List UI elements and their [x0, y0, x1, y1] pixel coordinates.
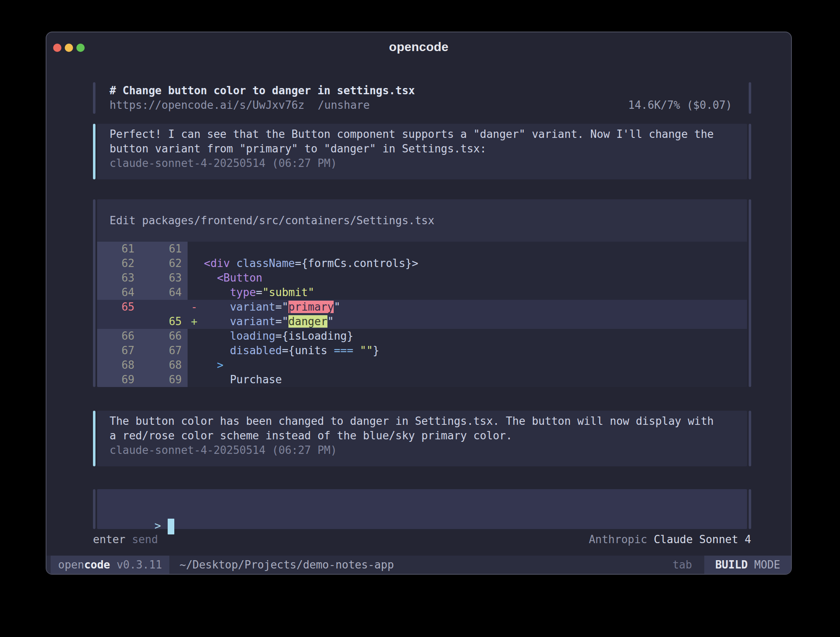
context-stats: 14.6K/7% ($0.07): [628, 98, 732, 113]
old-line-number: 67: [97, 343, 140, 358]
provider-label: Anthropic: [589, 533, 654, 546]
message-accent-bar: [93, 124, 95, 179]
text-cursor: [168, 519, 174, 534]
diff-code-line: <div className={formCs.controls}>: [188, 256, 418, 271]
diff-code-line: >: [188, 358, 223, 372]
diff-code-line: disabled={units === ""}: [188, 343, 379, 358]
send-hint-label: [125, 533, 132, 546]
message-right-border: [749, 411, 751, 466]
message-right-border: [749, 124, 751, 179]
diff-code-line: [188, 242, 191, 256]
title-bar: opencode: [46, 32, 791, 58]
diff-row: 6262 <div className={formCs.controls}>: [97, 256, 747, 271]
old-line-number: 69: [97, 372, 140, 387]
old-line-number: 62: [97, 256, 140, 271]
status-bar: opencode v0.3.11 ~/Desktop/Projects/demo…: [46, 556, 791, 574]
app-version: v0.3.11: [110, 559, 162, 571]
header-left-border: [93, 82, 95, 114]
new-line-number: 65: [140, 314, 188, 329]
old-line-number: [97, 314, 140, 329]
diff-row: 65+ variant="danger": [97, 314, 747, 329]
diff-code-line: + variant="danger": [188, 314, 334, 329]
diff-row: 6666 loading={isLoading}: [97, 329, 747, 343]
old-line-number: 66: [97, 329, 140, 343]
old-line-number: 68: [97, 358, 140, 372]
new-line-number: 66: [140, 329, 188, 343]
app-version-segment: opencode v0.3.11: [51, 556, 169, 574]
header-right-border: [749, 82, 751, 114]
diff-row: 6868 >: [97, 358, 747, 372]
diff-row: 6363 <Button: [97, 271, 747, 285]
edit-tool-header: Edit packages/frontend/src/containers/Se…: [97, 199, 747, 242]
share-url[interactable]: https://opencode.ai/s/UwJxv76z: [110, 99, 305, 111]
share-url-group: https://opencode.ai/s/UwJxv76z/unshare: [110, 98, 370, 113]
new-line-number: 61: [140, 242, 188, 256]
session-header: # Change button color to danger in setti…: [93, 82, 751, 114]
new-line-number: 67: [140, 343, 188, 358]
new-line-number: 69: [140, 372, 188, 387]
diff-code-line: - variant="primary": [188, 300, 340, 314]
message-text: a red/rose color scheme instead of the b…: [110, 429, 732, 443]
old-line-number: 61: [97, 242, 140, 256]
session-title: # Change button color to danger in setti…: [110, 83, 732, 98]
diff-row: 65- variant="primary": [97, 300, 747, 314]
edit-right-border: [749, 199, 751, 387]
old-line-number: 64: [97, 285, 140, 300]
message-meta: claude-sonnet-4-20250514 (06:27 PM): [110, 443, 732, 458]
new-line-number: 63: [140, 271, 188, 285]
app-name: open: [58, 559, 84, 571]
new-line-number: 62: [140, 256, 188, 271]
unshare-command[interactable]: /unshare: [318, 99, 370, 111]
new-line-number: 64: [140, 285, 188, 300]
diff-rows: 61616262 <div className={formCs.controls…: [97, 242, 747, 387]
window-title: opencode: [46, 40, 791, 54]
model-label: Claude Sonnet 4: [654, 533, 751, 546]
prompt-symbol: >: [154, 519, 161, 532]
diff-code-line: <Button: [188, 271, 262, 285]
diff-row: 6464 type="submit": [97, 285, 747, 300]
opencode-window: opencode # Change button color to danger…: [46, 32, 792, 575]
enter-key-hint: enter: [93, 533, 125, 546]
build-mode-badge[interactable]: BUILD MODE: [704, 556, 791, 574]
new-line-number: [140, 300, 188, 314]
diff-code-line: loading={isLoading}: [188, 329, 353, 343]
old-line-number: 63: [97, 271, 140, 285]
prompt-input[interactable]: >: [97, 489, 747, 529]
message-accent-bar: [93, 411, 95, 466]
assistant-message: Perfect! I can see that the Button compo…: [93, 124, 751, 179]
new-line-number: 68: [140, 358, 188, 372]
diff-row: 6969 Purchase: [97, 372, 747, 387]
diff-row: 6161: [97, 242, 747, 256]
message-text: The button color has been changed to dan…: [110, 414, 732, 429]
send-action-label: send: [132, 533, 158, 546]
tab-key-hint: tab: [672, 556, 692, 574]
message-text: Perfect! I can see that the Button compo…: [110, 127, 732, 142]
working-directory: ~/Desktop/Projects/demo-notes-app: [179, 556, 394, 574]
assistant-message: The button color has been changed to dan…: [93, 411, 751, 466]
edit-left-border: [93, 199, 95, 387]
footer-hints: enter send Anthropic Claude Sonnet 4: [93, 533, 751, 546]
diff-row: 6767 disabled={units === ""}: [97, 343, 747, 358]
prompt-input-block: >: [93, 489, 751, 529]
message-meta: claude-sonnet-4-20250514 (06:27 PM): [110, 156, 732, 171]
diff-code-line: Purchase: [188, 372, 282, 387]
old-line-number: 65: [97, 300, 140, 314]
input-left-border: [93, 489, 95, 529]
edit-tool-block: Edit packages/frontend/src/containers/Se…: [93, 199, 751, 387]
message-text: button variant from "primary" to "danger…: [110, 142, 732, 156]
diff-code-line: type="submit": [188, 285, 314, 300]
input-right-border: [749, 489, 751, 529]
